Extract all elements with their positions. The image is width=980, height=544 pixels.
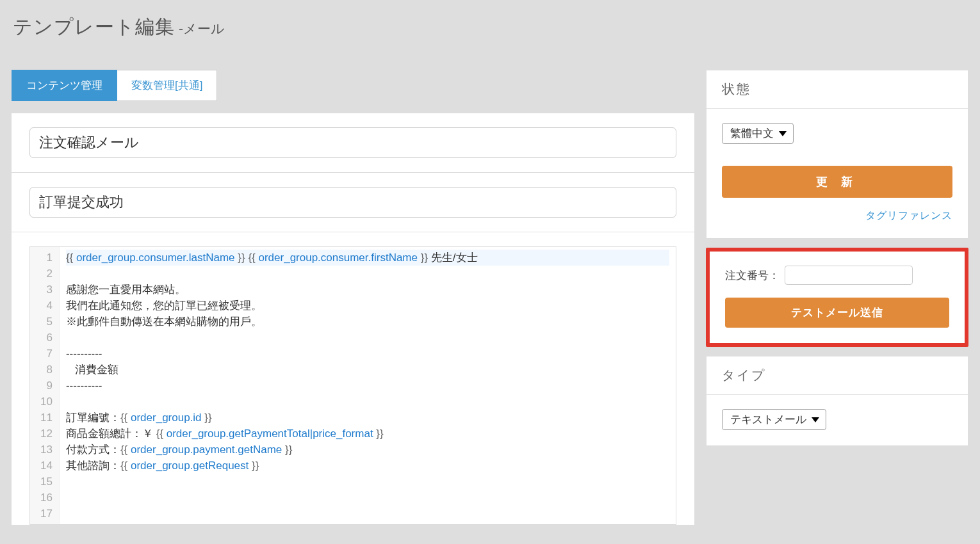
editor-line[interactable]: 消費金額 xyxy=(66,362,669,378)
editor-line[interactable]: 我們在此通知您，您的訂單已經被受理。 xyxy=(66,298,669,314)
template-name-input[interactable] xyxy=(29,127,676,158)
editor-line[interactable]: ---------- xyxy=(66,346,669,362)
tab-contents[interactable]: コンテンツ管理 xyxy=(12,70,117,101)
tab-variables[interactable]: 変数管理[共通] xyxy=(117,70,217,101)
type-header: タイプ xyxy=(706,356,968,395)
order-number-input[interactable] xyxy=(785,266,913,285)
editor-line[interactable]: 付款方式：{{ order_group.payment.getName }} xyxy=(66,442,669,458)
editor-line[interactable] xyxy=(66,394,669,410)
editor-line[interactable] xyxy=(66,490,669,506)
editor-line[interactable]: ※此郵件自動傳送在本網站購物的用戶。 xyxy=(66,314,669,330)
language-selected: 繁體中文 xyxy=(730,126,774,141)
editor-line[interactable]: 感謝您一直愛用本網站。 xyxy=(66,282,669,298)
type-select[interactable]: テキストメール xyxy=(722,409,826,430)
test-mail-card: 注文番号： テストメール送信 xyxy=(706,248,968,347)
editor-line[interactable] xyxy=(66,474,669,490)
editor-line[interactable]: 其他諮詢：{{ order_group.getRequest }} xyxy=(66,458,669,474)
chevron-down-icon xyxy=(812,417,819,422)
send-test-mail-button[interactable]: テストメール送信 xyxy=(725,298,949,328)
tabs: コンテンツ管理 変数管理[共通] xyxy=(12,70,694,101)
editor-line[interactable]: 訂單編號：{{ order_group.id }} xyxy=(66,410,669,426)
editor-line[interactable] xyxy=(66,266,669,282)
editor-line[interactable]: {{ order_group.consumer.lastName }} {{ o… xyxy=(66,250,669,266)
tag-reference-link[interactable]: タグリファレンス xyxy=(865,210,952,221)
update-button[interactable]: 更 新 xyxy=(722,166,952,198)
chevron-down-icon xyxy=(779,131,787,136)
editor-line[interactable] xyxy=(66,330,669,346)
editor-line[interactable]: ---------- xyxy=(66,378,669,394)
status-header: 状態 xyxy=(706,70,968,109)
code-editor[interactable]: 1234567891011121314151617 {{ order_group… xyxy=(29,246,676,525)
page-title: テンプレート編集 xyxy=(13,14,175,40)
type-selected: テキストメール xyxy=(730,412,806,427)
page-subtitle: -メール xyxy=(179,20,225,38)
order-number-label: 注文番号： xyxy=(725,268,780,283)
language-select[interactable]: 繁體中文 xyxy=(722,123,794,144)
editor-line[interactable] xyxy=(66,506,669,522)
subject-input[interactable] xyxy=(29,187,676,218)
editor-line[interactable]: 商品金額總計：￥ {{ order_group.getPaymentTotal|… xyxy=(66,426,669,442)
